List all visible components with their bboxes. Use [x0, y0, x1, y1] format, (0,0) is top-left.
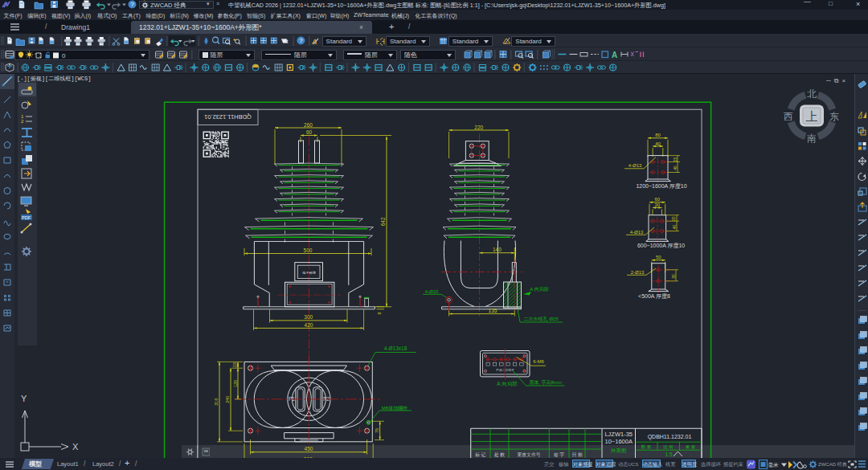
svg-text:10~1600A: 10~1600A: [604, 438, 632, 445]
svg-text:30: 30: [654, 202, 660, 207]
svg-text:北: 北: [807, 88, 817, 100]
svg-text:日 期: 日 期: [571, 452, 582, 458]
svg-text:<500A 厚度8: <500A 厚度8: [638, 293, 670, 300]
svg-text:4-Ø13x18: 4-Ø13x18: [384, 345, 407, 351]
svg-text:40: 40: [673, 166, 678, 170]
svg-text:23: 23: [233, 362, 238, 367]
svg-text:QDBH11.1232.01: QDBH11.1232.01: [648, 434, 692, 440]
svg-text:220: 220: [474, 125, 483, 130]
svg-text:黑体, 字高8mm: 黑体, 字高8mm: [529, 379, 562, 385]
svg-text:4-Ø13: 4-Ø13: [628, 163, 642, 168]
svg-text:1200−1600A 厚度10: 1200−1600A 厚度10: [636, 183, 686, 190]
svg-text:西: 西: [784, 111, 793, 122]
svg-text:4-Ø20: 4-Ø20: [425, 289, 439, 294]
svg-text:40: 40: [672, 225, 677, 230]
svg-text:310: 310: [215, 398, 219, 406]
svg-text:4-Ø13: 4-Ø13: [630, 230, 644, 235]
svg-text:75: 75: [375, 428, 379, 433]
svg-text:东: 东: [829, 111, 839, 122]
svg-text:1:5: 1:5: [665, 452, 672, 457]
svg-text:500: 500: [304, 247, 313, 253]
svg-text:签 字: 签 字: [554, 452, 564, 458]
svg-text:A: A: [612, 51, 617, 59]
svg-text:420: 420: [305, 322, 313, 328]
svg-text:2: 2: [21, 119, 24, 124]
svg-text:上: 上: [806, 109, 818, 123]
svg-text:数 量: 数 量: [641, 444, 652, 449]
svg-text:A 向局部: A 向局部: [530, 286, 548, 292]
svg-text:120: 120: [233, 380, 238, 387]
svg-text:60: 60: [655, 197, 661, 202]
svg-text:25: 25: [673, 157, 678, 162]
svg-text:QDBH11.1232.01: QDBH11.1232.01: [204, 113, 252, 121]
svg-text:642: 642: [381, 217, 387, 226]
svg-text:A 向局部: A 向局部: [497, 381, 517, 387]
svg-text:处 数: 处 数: [494, 452, 505, 458]
svg-text:80: 80: [655, 133, 661, 137]
svg-text:X: X: [72, 442, 79, 452]
svg-text:更改文件号: 更改文件号: [518, 452, 541, 457]
svg-text:20: 20: [672, 216, 677, 221]
svg-text:?: ?: [130, 1, 134, 8]
svg-text:南: 南: [807, 133, 817, 144]
svg-text:外形图: 外形图: [611, 448, 627, 454]
svg-text:600−1000A 厚度10: 600−1000A 厚度10: [637, 243, 685, 249]
svg-text:PDF: PDF: [22, 215, 31, 220]
svg-text:标 记: 标 记: [474, 452, 485, 458]
svg-text:450: 450: [305, 446, 313, 452]
svg-text:0: 0: [62, 51, 66, 59]
svg-text:50: 50: [656, 255, 661, 260]
svg-text:2-Ø13: 2-Ø13: [631, 270, 645, 275]
svg-text:LJZW1-35: LJZW1-35: [604, 431, 633, 438]
svg-text:60: 60: [306, 129, 313, 135]
svg-text:?: ?: [299, 37, 303, 44]
svg-text:240: 240: [226, 396, 231, 403]
svg-text:40: 40: [655, 141, 661, 146]
svg-text:135: 135: [489, 308, 497, 313]
svg-text:二次出线孔 Ø25: 二次出线孔 Ø25: [523, 316, 559, 322]
svg-text:140: 140: [493, 247, 502, 252]
svg-text:毫米: 毫米: [768, 461, 780, 467]
svg-text:Y: Y: [21, 394, 27, 403]
svg-text:8: 8: [377, 312, 382, 314]
svg-text:比 例: 比 例: [663, 444, 674, 450]
svg-text:M8接地螺栓: M8接地螺栓: [382, 405, 407, 411]
svg-text:电子铭牌: 电子铭牌: [302, 271, 316, 275]
svg-text:重 量: 重 量: [686, 444, 696, 449]
svg-text:6-M6: 6-M6: [533, 359, 544, 364]
svg-text:260: 260: [304, 122, 313, 128]
svg-text:30: 30: [671, 274, 676, 279]
svg-text:300: 300: [304, 314, 313, 320]
